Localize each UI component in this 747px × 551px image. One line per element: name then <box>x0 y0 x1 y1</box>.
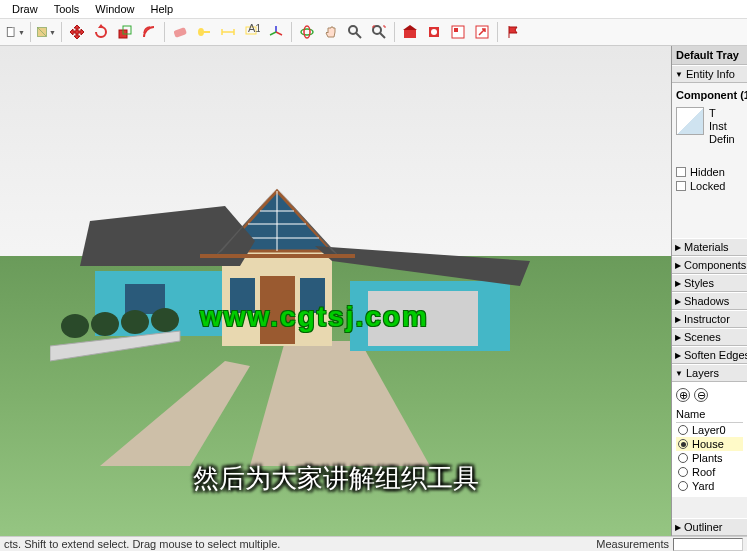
svg-rect-17 <box>454 28 458 32</box>
remove-layer-button[interactable]: ⊖ <box>694 388 708 402</box>
axes-button[interactable] <box>265 21 287 43</box>
entity-type-label: T <box>709 107 735 120</box>
svg-point-43 <box>151 308 179 332</box>
layout-button[interactable] <box>447 21 469 43</box>
layer-name: Yard <box>692 480 714 492</box>
layer-row-roof[interactable]: Roof <box>676 465 743 479</box>
entity-component-label: Component (1 in <box>676 87 743 107</box>
layer-radio[interactable] <box>678 425 688 435</box>
layer-row-plants[interactable]: Plants <box>676 451 743 465</box>
dimension-button[interactable] <box>217 21 239 43</box>
svg-rect-13 <box>404 30 416 38</box>
layer-radio[interactable] <box>678 467 688 477</box>
svg-rect-4 <box>173 27 187 38</box>
offset-button[interactable] <box>138 21 160 43</box>
layer-name: House <box>692 438 724 450</box>
layer-radio[interactable] <box>678 453 688 463</box>
scale-button[interactable] <box>114 21 136 43</box>
status-hint: cts. Shift to extend select. Drag mouse … <box>4 538 280 550</box>
svg-marker-35 <box>315 246 530 286</box>
measurements-input[interactable] <box>673 538 743 551</box>
menu-bar: Draw Tools Window Help <box>0 0 747 18</box>
text-button[interactable]: A1 <box>241 21 263 43</box>
layer-row-layer0[interactable]: Layer0 <box>676 423 743 437</box>
components-header[interactable]: ▶Components <box>672 256 747 274</box>
send-button[interactable] <box>471 21 493 43</box>
warehouse-button[interactable] <box>399 21 421 43</box>
layer-name: Plants <box>692 452 723 464</box>
tape-measure-button[interactable] <box>193 21 215 43</box>
scenes-header[interactable]: ▶Scenes <box>672 328 747 346</box>
extension-warehouse-button[interactable] <box>423 21 445 43</box>
svg-marker-20 <box>100 361 250 466</box>
move-button[interactable] <box>66 21 88 43</box>
menu-help[interactable]: Help <box>142 1 181 17</box>
layer-radio[interactable] <box>678 439 688 449</box>
subtitle-text: 然后为大家讲解组织工具 <box>193 461 479 496</box>
hidden-checkbox-row[interactable]: Hidden <box>676 166 743 178</box>
materials-header[interactable]: ▶Materials <box>672 238 747 256</box>
svg-point-41 <box>91 312 119 336</box>
svg-text:A1: A1 <box>248 24 260 34</box>
status-bar: cts. Shift to extend select. Drag mouse … <box>0 536 747 551</box>
entity-info-body: Component (1 in T Inst Defin Hidden Lock… <box>672 83 747 238</box>
entity-definition-label: Defin <box>709 133 735 146</box>
svg-rect-6 <box>203 31 210 33</box>
eraser-button[interactable] <box>169 21 191 43</box>
viewport-3d[interactable]: www.cgtsj.com 然后为大家讲解组织工具 <box>0 46 672 536</box>
svg-point-40 <box>61 314 89 338</box>
layer-radio[interactable] <box>678 481 688 491</box>
menu-tools[interactable]: Tools <box>46 1 88 17</box>
menu-draw[interactable]: Draw <box>4 1 46 17</box>
watermark-text: www.cgtsj.com <box>200 301 429 333</box>
svg-point-12 <box>373 26 381 34</box>
main-toolbar: ▼ ▼ A1 <box>0 18 747 46</box>
svg-point-42 <box>121 310 149 334</box>
orbit-button[interactable] <box>296 21 318 43</box>
paint-bucket-button[interactable]: ▼ <box>35 21 57 43</box>
locked-checkbox-row[interactable]: Locked <box>676 180 743 192</box>
svg-point-9 <box>301 29 313 35</box>
outliner-header[interactable]: ▶Outliner <box>672 518 747 536</box>
svg-point-10 <box>304 26 310 38</box>
zoom-extents-button[interactable] <box>368 21 390 43</box>
svg-marker-19 <box>250 341 430 466</box>
new-file-button[interactable]: ▼ <box>4 21 26 43</box>
styles-header[interactable]: ▶Styles <box>672 274 747 292</box>
layers-header[interactable]: ▼Layers <box>672 364 747 382</box>
zoom-button[interactable] <box>344 21 366 43</box>
layers-name-column[interactable]: Name <box>676 406 743 423</box>
tray-title: Default Tray <box>672 46 747 65</box>
instructor-header[interactable]: ▶Instructor <box>672 310 747 328</box>
add-layer-button[interactable]: ⊕ <box>676 388 690 402</box>
default-tray: Default Tray ▼Entity Info Component (1 i… <box>672 46 747 536</box>
rotate-button[interactable] <box>90 21 112 43</box>
measurements-label: Measurements <box>596 538 669 550</box>
layer-name: Layer0 <box>692 424 726 436</box>
soften-edges-header[interactable]: ▶Soften Edges <box>672 346 747 364</box>
svg-point-15 <box>431 29 437 35</box>
layer-row-yard[interactable]: Yard <box>676 479 743 493</box>
layers-panel-body: ⊕ ⊖ Name Layer0HousePlantsRoofYard <box>672 382 747 497</box>
shadows-header[interactable]: ▶Shadows <box>672 292 747 310</box>
layer-row-house[interactable]: House <box>676 437 743 451</box>
pan-button[interactable] <box>320 21 342 43</box>
entity-info-header[interactable]: ▼Entity Info <box>672 65 747 83</box>
entity-thumbnail[interactable] <box>676 107 704 135</box>
layer-name: Roof <box>692 466 715 478</box>
flag-button[interactable] <box>502 21 524 43</box>
svg-point-11 <box>349 26 357 34</box>
menu-window[interactable]: Window <box>87 1 142 17</box>
entity-instance-label: Inst <box>709 120 735 133</box>
svg-rect-0 <box>7 27 14 36</box>
